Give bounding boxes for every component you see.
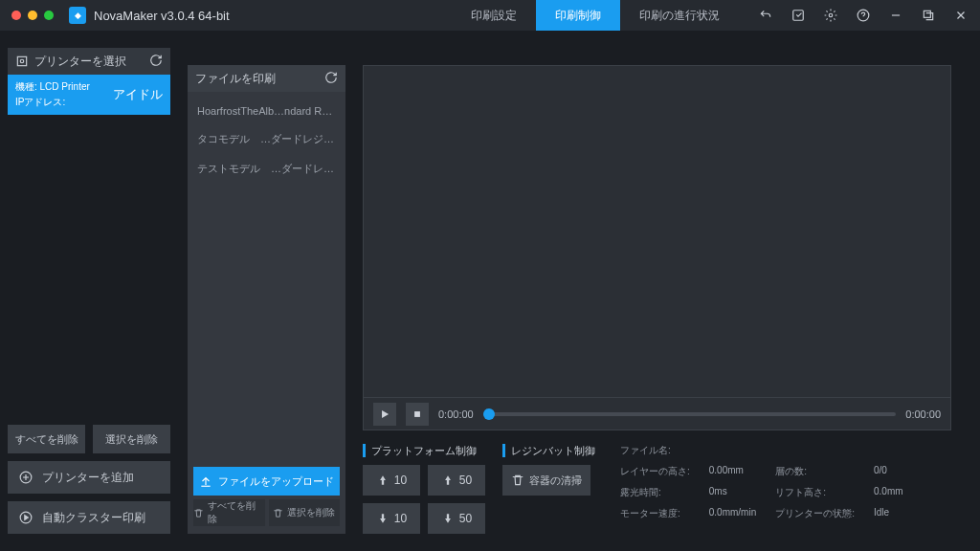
motor-value: 0.0mm/min	[709, 507, 756, 520]
help-icon[interactable]	[856, 8, 871, 23]
file-item[interactable]: タコモデル …ダードレジン.cws	[188, 124, 345, 154]
refresh-printers-icon[interactable]	[149, 54, 163, 70]
minimize-icon[interactable]	[888, 8, 903, 23]
upload-file-button[interactable]: ファイルをアップロード	[193, 467, 340, 496]
tab-print-settings[interactable]: 印刷設定	[452, 0, 536, 31]
vat-control-group: レジンバット制御 容器の清掃	[502, 444, 595, 534]
auto-cluster-label: 自動クラスター印刷	[42, 510, 145, 526]
svg-marker-14	[382, 409, 389, 417]
printer-panel-title: プリンターを選択	[34, 54, 126, 70]
svg-rect-0	[793, 11, 804, 21]
stop-button[interactable]	[406, 403, 429, 426]
filename-label: ファイル名:	[620, 444, 690, 457]
layers-label: 層の数:	[775, 465, 855, 478]
layer-height-value: 0.00mm	[709, 465, 756, 478]
file-list: HoarfrostTheAlb…ndard Resin.ctb タコモデル …ダ…	[188, 92, 345, 461]
layers-value: 0/0	[874, 465, 903, 478]
files-panel: ファイルを印刷 HoarfrostTheAlb…ndard Resin.ctb …	[188, 65, 345, 534]
preview-panel: 0:00:00 0:00:00 プラットフォーム制御 10 10 50 50	[363, 65, 951, 534]
slider-knob-icon[interactable]	[483, 408, 495, 420]
auto-cluster-button[interactable]: 自動クラスター印刷	[8, 501, 170, 534]
files-panel-title: ファイルを印刷	[195, 71, 276, 87]
add-printer-button[interactable]: プリンターを追加	[8, 461, 170, 494]
motor-label: モーター速度:	[620, 507, 690, 520]
printer-panel-header: プリンターを選択	[8, 48, 170, 75]
platform-control-header: プラットフォーム制御	[363, 444, 485, 457]
files-panel-header: ファイルを印刷	[188, 65, 345, 92]
tab-print-control[interactable]: 印刷制御	[536, 0, 620, 31]
printer-model-label: 機種:	[15, 81, 37, 92]
toolbar-icons	[758, 8, 969, 23]
app-logo-icon: ◆	[69, 7, 86, 24]
svg-rect-7	[17, 56, 26, 65]
window-traffic-lights	[11, 11, 54, 20]
settings-gear-icon[interactable]	[823, 8, 838, 23]
printer-card[interactable]: 機種: LCD Printer IPアドレス: アイドル	[8, 75, 170, 115]
platform-down-10-button[interactable]: 10	[363, 503, 420, 534]
upload-file-label: ファイルをアップロード	[218, 474, 334, 489]
svg-point-8	[20, 59, 24, 63]
delete-selected-printers-button[interactable]: 選択を削除	[93, 425, 170, 453]
playback-bar: 0:00:00 0:00:00	[363, 398, 951, 430]
add-printer-label: プリンターを追加	[42, 470, 134, 486]
undo-icon[interactable]	[758, 8, 773, 23]
edit-icon[interactable]	[791, 8, 806, 23]
exposure-label: 露光時間:	[620, 486, 690, 499]
layer-height-label: レイヤーの高さ:	[620, 465, 690, 478]
lift-label: リフト高さ:	[775, 486, 855, 499]
lift-value: 0.0mm	[874, 486, 903, 499]
file-item[interactable]: テストモデル …ダードレジン.cws	[188, 154, 345, 184]
current-time: 0:00:00	[438, 408, 474, 420]
printer-ip-label: IPアドレス:	[15, 96, 90, 109]
delete-all-files-button[interactable]: すべてを削除	[193, 499, 265, 526]
preview-viewport[interactable]	[363, 65, 951, 398]
maximize-icon[interactable]	[921, 8, 936, 23]
platform-down-50-button[interactable]: 50	[428, 503, 485, 534]
clean-vat-button[interactable]: 容器の清掃	[502, 465, 590, 496]
printer-model: LCD Printer	[40, 81, 90, 92]
close-window-dot[interactable]	[11, 11, 21, 20]
maximize-window-dot[interactable]	[44, 11, 54, 20]
svg-marker-13	[25, 516, 28, 520]
exposure-value: 0ms	[709, 486, 756, 499]
tab-print-progress[interactable]: 印刷の進行状況	[620, 0, 739, 31]
file-item[interactable]: HoarfrostTheAlb…ndard Resin.ctb	[188, 98, 345, 124]
delete-selected-files-button[interactable]: 選択を削除	[269, 499, 341, 526]
close-icon[interactable]	[953, 8, 969, 23]
svg-rect-4	[924, 11, 930, 17]
printer-sidebar: プリンターを選択 機種: LCD Printer IPアドレス: アイドル すべ…	[8, 48, 170, 534]
delete-all-printers-button[interactable]: すべてを削除	[8, 425, 85, 453]
refresh-files-icon[interactable]	[324, 71, 338, 87]
total-time: 0:00:00	[905, 408, 941, 420]
printer-status-value: Idle	[874, 507, 903, 520]
play-button[interactable]	[373, 403, 396, 426]
main-tabs: 印刷設定 印刷制御 印刷の進行状況	[452, 0, 739, 31]
svg-point-1	[829, 13, 833, 17]
print-info: ファイル名: レイヤーの高さ: 0.00mm 層の数: 0/0 露光時間: 0m…	[620, 444, 903, 534]
vat-control-header: レジンバット制御	[502, 444, 595, 457]
titlebar: ◆ NovaMaker v3.0.4 64-bit 印刷設定 印刷制御 印刷の進…	[0, 0, 980, 31]
playback-slider[interactable]	[483, 412, 897, 416]
platform-up-10-button[interactable]: 10	[363, 465, 420, 496]
app-title: NovaMaker v3.0.4 64-bit	[94, 9, 230, 23]
platform-up-50-button[interactable]: 50	[428, 465, 485, 496]
platform-control-group: プラットフォーム制御 10 10 50 50	[363, 444, 485, 534]
minimize-window-dot[interactable]	[28, 11, 37, 20]
printer-status: アイドル	[113, 86, 163, 103]
printer-status-label: プリンターの状態:	[775, 507, 855, 520]
svg-rect-15	[414, 411, 420, 417]
